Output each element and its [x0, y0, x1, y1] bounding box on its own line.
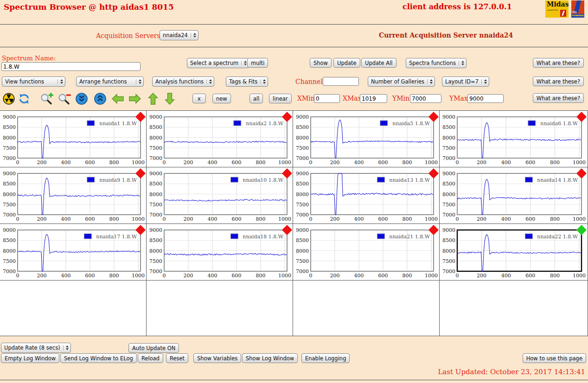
plot-cell-nnaida21[interactable]: 9000850080007500700002004006008001000nna… — [293, 224, 440, 281]
spectrum-trace — [18, 125, 140, 158]
y-tick-label: 8500 — [442, 237, 455, 243]
x-tick-label: 200 — [184, 273, 193, 279]
spectrum-trace — [18, 235, 140, 271]
update-rate-select[interactable]: Update Rate (8 secs) — [1, 343, 71, 353]
what-are-these-button-2[interactable]: What are these? — [533, 77, 584, 86]
y-tick-label: 9000 — [3, 227, 16, 233]
ymax-input[interactable] — [467, 94, 504, 103]
scroll-down-icon[interactable] — [75, 92, 88, 105]
tcl-logo-subtext: POWERED — [571, 14, 584, 18]
xmin-input[interactable] — [314, 94, 340, 103]
arrow-down-icon[interactable] — [164, 92, 176, 105]
analysis-functions-select[interactable]: Analysis functions — [152, 77, 214, 87]
plot-cell-nnaida22[interactable]: 9000850080007500700002004006008001000nna… — [440, 224, 588, 281]
x-tick-label: 800 — [109, 216, 119, 222]
tags-fits-select[interactable]: Tags & Fits — [226, 77, 268, 87]
y-tick-label: 7500 — [149, 202, 162, 208]
plot-cell-nnaida13[interactable]: 9000850080007500700002004006008001000nna… — [293, 167, 440, 224]
x-tick-label: 800 — [109, 273, 119, 279]
ymin-input[interactable] — [410, 94, 441, 103]
x-tick-label: 200 — [477, 160, 486, 166]
y-tick-label: 7500 — [296, 202, 309, 208]
empty-gallery-cell — [147, 281, 293, 336]
view-functions-select[interactable]: View functions — [2, 77, 65, 87]
reset-button[interactable]: Reset — [166, 353, 188, 363]
y-tick-label: 7000 — [3, 155, 16, 161]
refresh-icon[interactable] — [18, 92, 31, 105]
layout-id-select[interactable]: Layout ID=7 — [442, 77, 489, 87]
y-tick-label: 8500 — [296, 237, 309, 243]
enable-logging-button[interactable]: Enable Logging — [301, 353, 350, 363]
y-tick-label: 8000 — [296, 248, 309, 254]
spectra-functions-select[interactable]: Spectra functions — [406, 58, 467, 68]
plot-cell-nnaida2[interactable]: 9000850080007500700002004006008001000nna… — [147, 111, 293, 167]
plot-cell-nnaida17[interactable]: 9000850080007500700002004006008001000nna… — [0, 224, 147, 281]
auto-update-button[interactable]: Auto Update ON — [128, 343, 179, 353]
all-button[interactable]: all — [249, 94, 263, 103]
show-variables-button[interactable]: Show Variables — [193, 353, 241, 363]
y-tick-label: 7000 — [149, 268, 162, 274]
y-tick-label: 9000 — [3, 171, 16, 177]
how-to-use-button[interactable]: How to use this page — [523, 353, 586, 363]
new-button[interactable]: new — [212, 94, 231, 103]
plot-cell-nnaida14[interactable]: 9000850080007500700002004006008001000nna… — [440, 167, 588, 224]
y-tick-label: 8500 — [296, 124, 309, 130]
send-log-to-elog-button[interactable]: Send Log Window to ELog — [60, 353, 137, 363]
midas-logo[interactable]: Midas powered by — [545, 0, 569, 18]
scroll-up-icon[interactable] — [94, 92, 107, 105]
reload-button[interactable]: Reload — [138, 353, 163, 363]
plot-cell-nnaida18[interactable]: 9000850080007500700002004006008001000nna… — [147, 224, 293, 281]
plot-cell-nnaida5[interactable]: 9000850080007500700002004006008001000nna… — [293, 111, 440, 167]
arrow-up-icon[interactable] — [147, 92, 159, 105]
linear-button[interactable]: linear — [269, 94, 292, 103]
arrange-functions-select[interactable]: Arrange functions — [76, 77, 144, 87]
zoom-out-icon[interactable] — [58, 92, 71, 105]
tcl-powered-logo[interactable]: TCL POWERED — [571, 0, 584, 18]
y-tick-label: 7000 — [149, 212, 162, 218]
update-button[interactable]: Update — [333, 58, 360, 68]
x-tick-label: 0 — [456, 216, 459, 222]
x-tick-label: 200 — [184, 160, 193, 166]
xmax-input[interactable] — [360, 94, 387, 103]
empty-log-window-button[interactable]: Empty Log Window — [1, 353, 59, 363]
x-tick-label: 600 — [232, 273, 242, 279]
channel-input[interactable] — [323, 77, 359, 86]
title-bar: Spectrum Browser @ http aidas1 8015 clie… — [0, 0, 588, 24]
plot-cell-nnaida1[interactable]: 9000850080007500700002004006008001000nna… — [0, 111, 147, 167]
update-all-button[interactable]: Update All — [361, 58, 396, 68]
x-tick-label: 1000 — [278, 160, 291, 166]
plot-cell-nnaida6[interactable]: 9000850080007500700002004006008001000nna… — [440, 111, 588, 167]
x-tick-label: 600 — [525, 160, 535, 166]
ymax-label: YMax — [449, 95, 468, 102]
x-tick-label: 1000 — [132, 273, 145, 279]
acquisition-server-select[interactable]: nnaida24 — [160, 30, 198, 40]
arrow-left-icon[interactable] — [111, 93, 124, 106]
number-of-galleries-select[interactable]: Number of Galleries — [368, 77, 435, 87]
radiation-icon[interactable] — [2, 92, 15, 105]
select-a-spectrum-select[interactable]: Select a spectrum — [187, 58, 249, 68]
y-tick-label: 7500 — [442, 202, 455, 208]
plot-cell-nnaida10[interactable]: 9000850080007500700002004006008001000nna… — [147, 167, 293, 224]
what-are-these-button-3[interactable]: What are these? — [533, 93, 584, 103]
x-tick-label: 1000 — [278, 216, 291, 222]
arrow-right-icon[interactable] — [128, 93, 141, 106]
spectrum-name-input[interactable] — [1, 62, 141, 71]
legend-label: nnaida17 1.8.W — [96, 234, 137, 240]
x-button[interactable]: x — [192, 94, 206, 103]
show-button[interactable]: Show — [310, 58, 332, 68]
x-tick-label: 400 — [208, 160, 217, 166]
plot-cell-nnaida9[interactable]: 9000850080007500700002004006008001000nna… — [0, 167, 147, 224]
y-tick-label: 7000 — [442, 155, 455, 161]
x-tick-label: 1000 — [132, 160, 145, 166]
y-tick-label: 8500 — [3, 124, 16, 130]
legend-swatch — [528, 121, 536, 126]
legend-label: nnaida22 1.8.W — [537, 234, 578, 240]
zoom-in-icon[interactable] — [40, 92, 54, 105]
multi-button[interactable]: multi — [247, 58, 268, 68]
show-log-window-button[interactable]: Show Log Window — [242, 353, 298, 363]
status-diamond — [576, 168, 587, 179]
x-tick-label: 200 — [184, 216, 193, 222]
y-tick-label: 7000 — [3, 268, 16, 274]
what-are-these-button-1[interactable]: What are these? — [533, 58, 584, 68]
spectrum-gallery: 9000850080007500700002004006008001000nna… — [0, 110, 588, 336]
